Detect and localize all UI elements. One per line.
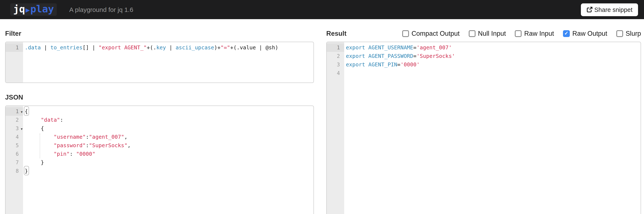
- app-tagline: A playground for jq 1.6: [69, 6, 133, 13]
- matched-bracket: {: [25, 107, 28, 116]
- line-number: 1: [6, 43, 23, 52]
- checkbox-raw-output[interactable]: ✓Raw Output: [563, 30, 607, 37]
- line-number: 2: [327, 52, 344, 60]
- line-number: 2: [6, 116, 23, 124]
- logo-jq-text: jq: [13, 4, 25, 14]
- code-line: 6 "pin": "0000": [6, 150, 314, 158]
- code-line: 4 "username":"agent_007",: [6, 133, 314, 141]
- checkbox-checked-icon[interactable]: ✓: [563, 30, 570, 37]
- checkbox-unchecked-icon[interactable]: [402, 30, 409, 37]
- fold-arrow-icon[interactable]: ▾: [21, 108, 22, 116]
- checkbox-null-input[interactable]: Null Input: [468, 30, 506, 37]
- code-text: {: [23, 107, 28, 116]
- checkbox-unchecked-icon[interactable]: [616, 30, 623, 37]
- result-editor[interactable]: 1export AGENT_USERNAME='agent_007'2expor…: [326, 42, 641, 214]
- checkbox-label: Raw Output: [572, 30, 607, 37]
- code-line: 4: [327, 69, 640, 77]
- result-column: Result Compact OutputNull InputRaw Input…: [326, 19, 641, 214]
- code-line: 1▾{: [6, 107, 314, 116]
- input-column: Filter 1.data | to_entries[] | "export A…: [5, 19, 314, 214]
- main-content: Filter 1.data | to_entries[] | "export A…: [0, 19, 644, 214]
- result-heading: Result: [326, 29, 346, 37]
- code-line: 3export AGENT_PIN='0000': [327, 60, 640, 69]
- checkbox-label: Null Input: [478, 30, 506, 37]
- code-text: export AGENT_PASSWORD='SuperSocks': [344, 52, 455, 60]
- json-input-editor[interactable]: 1▾{2 "data":3▾ {4 "username":"agent_007"…: [5, 106, 314, 214]
- code-text: "username":"agent_007",: [23, 133, 128, 141]
- line-number: 6: [6, 150, 23, 158]
- matched-bracket: }: [25, 167, 28, 175]
- checkbox-label: Slurp: [626, 30, 641, 37]
- share-icon: [586, 6, 592, 13]
- line-number: 7: [6, 158, 23, 167]
- line-number: 3: [327, 60, 344, 69]
- code-text: {: [23, 124, 44, 133]
- code-line: 1export AGENT_USERNAME='agent_007': [327, 43, 640, 52]
- code-text: }: [23, 167, 28, 175]
- result-header: Result Compact OutputNull InputRaw Input…: [326, 29, 641, 37]
- code-text: export AGENT_USERNAME='agent_007': [344, 43, 452, 52]
- share-button-label: Share snippet: [594, 6, 632, 13]
- checkbox-compact-output[interactable]: Compact Output: [402, 30, 460, 37]
- checkbox-raw-input[interactable]: Raw Input: [515, 30, 554, 37]
- code-text: [344, 69, 346, 77]
- checkbox-label: Raw Input: [524, 30, 554, 37]
- indent-guide: [40, 134, 40, 158]
- code-line: 1.data | to_entries[] | "export AGENT_"+…: [6, 43, 314, 52]
- line-number: 5: [6, 141, 23, 150]
- line-number: 1▾: [6, 107, 23, 116]
- checkbox-unchecked-icon[interactable]: [515, 30, 522, 37]
- checkbox-unchecked-icon[interactable]: [468, 30, 475, 37]
- code-text: }: [23, 158, 44, 167]
- checkbox-label: Compact Output: [412, 30, 460, 37]
- line-number: 1: [327, 43, 344, 52]
- code-line: 5 "password":"SuperSocks",: [6, 141, 314, 150]
- line-number: 3▾: [6, 124, 23, 133]
- code-text: "pin": "0000": [23, 150, 95, 158]
- code-text: "data":: [23, 116, 63, 124]
- code-line: 2 "data":: [6, 116, 314, 124]
- line-number: 4: [6, 133, 23, 141]
- jqplay-app: jq ▶ play A playground for jq 1.6 Share …: [0, 0, 644, 214]
- line-number: 4: [327, 69, 344, 77]
- filter-editor[interactable]: 1.data | to_entries[] | "export AGENT_"+…: [5, 42, 314, 83]
- result-options: Compact OutputNull InputRaw Input✓Raw Ou…: [393, 30, 641, 37]
- code-line: 8}: [6, 167, 314, 175]
- code-text: export AGENT_PIN='0000': [344, 60, 420, 69]
- code-line: 3▾ {: [6, 124, 314, 133]
- code-text: "password":"SuperSocks",: [23, 141, 131, 150]
- play-icon: ▶: [26, 6, 30, 14]
- code-text: .data | to_entries[] | "export AGENT_"+(…: [23, 43, 278, 52]
- code-line: 7 }: [6, 158, 314, 167]
- share-snippet-button[interactable]: Share snippet: [581, 3, 638, 16]
- filter-heading: Filter: [5, 29, 314, 37]
- code-line: 2export AGENT_PASSWORD='SuperSocks': [327, 52, 640, 60]
- fold-arrow-icon[interactable]: ▾: [21, 125, 22, 133]
- checkbox-slurp[interactable]: Slurp: [616, 30, 641, 37]
- logo-play-text: play: [30, 4, 54, 14]
- navbar: jq ▶ play A playground for jq 1.6 Share …: [0, 0, 644, 19]
- line-number: 8: [6, 167, 23, 175]
- json-heading: JSON: [5, 93, 314, 101]
- logo-link[interactable]: jq ▶ play: [10, 3, 57, 16]
